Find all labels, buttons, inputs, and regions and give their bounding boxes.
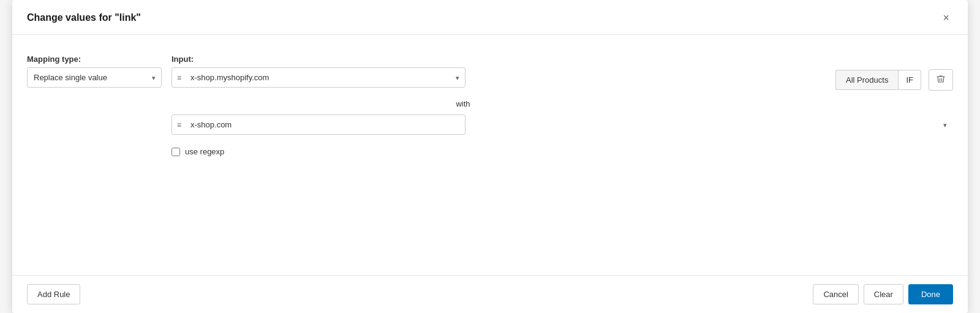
mapping-type-wrapper: Replace single value ▾	[27, 67, 162, 88]
input-select[interactable]: x-shop.myshopify.com	[172, 67, 466, 88]
mapping-type-select[interactable]: Replace single value	[27, 67, 162, 88]
rule-row: Mapping type: Replace single value ▾ Inp…	[27, 55, 953, 91]
with-label-row: with	[316, 99, 610, 108]
if-button[interactable]: IF	[898, 70, 921, 90]
delete-rule-button[interactable]	[929, 69, 953, 91]
clear-button[interactable]: Clear	[864, 284, 903, 304]
modal-footer: Add Rule Cancel Clear Done	[12, 275, 968, 313]
output-wrapper: ≡ x-shop.com ▾	[172, 115, 953, 135]
with-label: with	[456, 99, 470, 108]
right-controls: All Products IF	[835, 69, 953, 91]
output-select[interactable]: x-shop.com	[172, 115, 466, 135]
use-regexp-checkbox[interactable]	[172, 148, 180, 156]
cancel-button[interactable]: Cancel	[813, 284, 858, 304]
all-products-button[interactable]: All Products	[835, 70, 898, 90]
modal: Change values for "link" × Mapping type:…	[12, 0, 968, 313]
footer-left: Add Rule	[27, 284, 80, 304]
modal-body: Mapping type: Replace single value ▾ Inp…	[12, 35, 968, 275]
mapping-type-label: Mapping type:	[27, 55, 162, 64]
input-field-group: Input: ≡ x-shop.myshopify.com ▾	[172, 55, 466, 88]
modal-title: Change values for "link"	[27, 12, 141, 23]
use-regexp-row: use regexp	[172, 147, 953, 156]
done-button[interactable]: Done	[908, 284, 953, 304]
mapping-type-group: Mapping type: Replace single value ▾	[27, 55, 162, 88]
input-label: Input:	[172, 55, 466, 64]
footer-right: Cancel Clear Done	[813, 284, 953, 304]
modal-header: Change values for "link" ×	[12, 0, 968, 35]
close-button[interactable]: ×	[939, 11, 953, 25]
add-rule-button[interactable]: Add Rule	[27, 284, 80, 304]
trash-icon	[937, 75, 945, 83]
with-section: with ≡ x-shop.com ▾ use regexp	[172, 99, 953, 156]
use-regexp-label[interactable]: use regexp	[185, 147, 224, 156]
output-chevron-icon: ▾	[943, 121, 947, 129]
input-wrapper: ≡ x-shop.myshopify.com ▾	[172, 67, 466, 88]
